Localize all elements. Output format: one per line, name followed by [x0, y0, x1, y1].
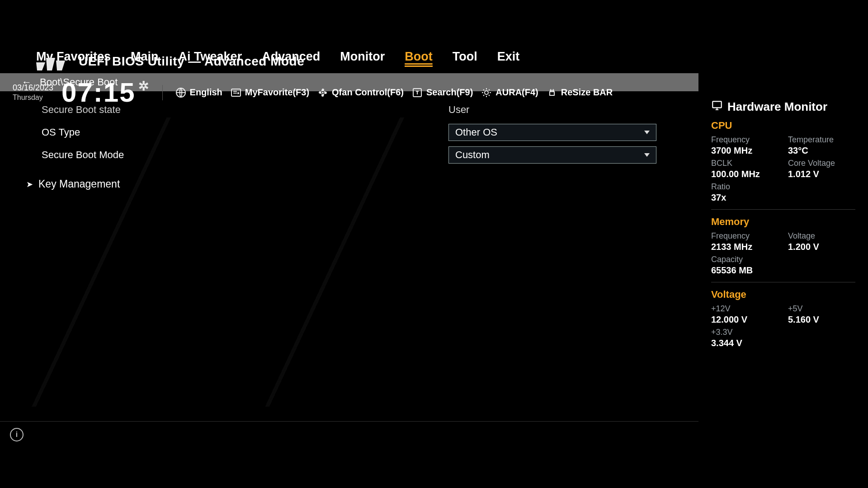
star-list-icon — [231, 87, 241, 98]
submenu-key-management-label: Key Management — [38, 178, 120, 190]
row-secure-boot-mode: Secure Boot Mode Custom — [42, 144, 677, 166]
resize-icon — [547, 87, 557, 98]
mem-capacity-value: 65536 MB — [711, 265, 774, 276]
aura-label: AURA(F4) — [495, 87, 538, 98]
submenu-arrow-icon: ➤ — [26, 179, 33, 189]
resizebar-button[interactable]: ReSize BAR — [547, 87, 613, 98]
time-text: 07:15 — [61, 77, 135, 108]
cpu-frequency-label: Frequency — [711, 135, 774, 145]
brand-logo — [36, 54, 68, 76]
divider — [711, 209, 855, 210]
label-secure-boot-mode: Secure Boot Mode — [42, 149, 448, 161]
svg-point-5 — [322, 92, 324, 94]
mem-voltage-label: Voltage — [788, 231, 851, 241]
info-icon: i — [10, 428, 24, 441]
chevron-down-icon — [644, 131, 650, 134]
cpu-frequency-value: 3700 MHz — [711, 145, 774, 156]
globe-icon — [175, 87, 186, 98]
day-of-week: Thursday — [13, 93, 53, 102]
cpu-ratio-label: Ratio — [711, 182, 774, 192]
monitor-icon — [711, 99, 723, 114]
settings-panel: Secure Boot state User OS Type Other OS … — [0, 99, 698, 190]
svg-marker-1 — [46, 58, 55, 70]
hardware-monitor-title: Hardware Monitor — [727, 100, 827, 114]
language-label: English — [190, 87, 222, 98]
aura-button[interactable]: AURA(F4) — [481, 87, 538, 98]
v12-value: 12.000 V — [711, 314, 774, 325]
v5-label: +5V — [788, 304, 851, 314]
mem-voltage-value: 1.200 V — [788, 242, 851, 252]
v33-label: +3.3V — [711, 328, 774, 337]
hardware-monitor-panel: Hardware Monitor CPU Frequency3700 MHz T… — [698, 99, 868, 351]
fan-icon — [317, 87, 328, 98]
qfan-label: Qfan Control(F6) — [332, 87, 404, 98]
search-icon — [412, 87, 423, 98]
chevron-down-icon — [644, 153, 650, 157]
separator — [162, 85, 163, 100]
language-button[interactable]: English — [175, 87, 222, 98]
select-secure-boot-mode-value: Custom — [455, 149, 490, 161]
svg-point-8 — [485, 91, 488, 94]
section-voltage-title: Voltage — [711, 289, 855, 300]
select-os-type-value: Other OS — [455, 127, 497, 138]
submenu-key-management[interactable]: ➤ Key Management — [26, 178, 677, 190]
label-os-type: OS Type — [42, 127, 448, 138]
myfavorite-button[interactable]: MyFavorite(F3) — [231, 87, 309, 98]
aura-icon — [481, 87, 492, 98]
mem-frequency-value: 2133 MHz — [711, 242, 774, 252]
section-cpu-title: CPU — [711, 120, 855, 131]
cpu-corev-label: Core Voltage — [788, 159, 851, 168]
myfavorite-label: MyFavorite(F3) — [245, 87, 309, 98]
svg-point-7 — [417, 94, 418, 94]
mem-frequency-label: Frequency — [711, 231, 774, 241]
cpu-temperature-label: Temperature — [788, 135, 851, 145]
svg-marker-0 — [36, 62, 45, 70]
cpu-ratio-value: 37x — [711, 192, 774, 203]
search-button[interactable]: Search(F9) — [412, 87, 473, 98]
app-title: UEFI BIOS Utility — Advanced Mode — [79, 54, 304, 69]
svg-marker-2 — [56, 61, 65, 70]
cpu-bclk-label: BCLK — [711, 159, 774, 168]
v5-value: 5.160 V — [788, 314, 851, 325]
svg-point-11 — [553, 89, 554, 90]
svg-rect-12 — [712, 101, 722, 108]
search-label: Search(F9) — [426, 87, 473, 98]
date-block: 03/16/2023 Thursday — [13, 83, 53, 102]
resize-label: ReSize BAR — [561, 87, 613, 98]
header: UEFI BIOS Utility — Advanced Mode 03/16/… — [0, 50, 868, 76]
cpu-temperature-value: 33°C — [788, 145, 851, 156]
help-info-bar: i — [0, 421, 698, 448]
v12-label: +12V — [711, 304, 774, 314]
mem-capacity-label: Capacity — [711, 255, 774, 264]
divider — [711, 282, 855, 282]
section-memory-title: Memory — [711, 216, 855, 228]
svg-point-10 — [550, 89, 551, 90]
v33-value: 3.344 V — [711, 338, 774, 348]
date-text: 03/16/2023 — [13, 83, 53, 93]
cpu-corev-value: 1.012 V — [788, 169, 851, 179]
cpu-bclk-value: 100.00 MHz — [711, 169, 774, 179]
clock: 07:15 ✲ — [61, 77, 149, 108]
svg-rect-9 — [550, 92, 554, 95]
row-os-type: OS Type Other OS — [42, 121, 677, 144]
select-secure-boot-mode[interactable]: Custom — [448, 146, 656, 164]
qfan-button[interactable]: Qfan Control(F6) — [317, 87, 404, 98]
select-os-type[interactable]: Other OS — [448, 124, 656, 141]
gear-icon[interactable]: ✲ — [138, 79, 150, 94]
